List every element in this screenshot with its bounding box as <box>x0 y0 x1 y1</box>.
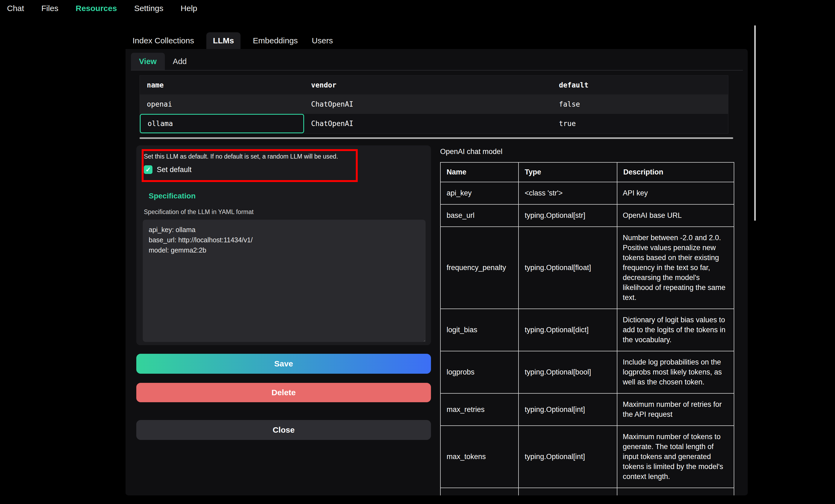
param-row-max-tokens: max_tokens typing.Optional[int] Maximum … <box>441 426 734 488</box>
param-type: <class 'str'> <box>518 182 617 204</box>
param-row-partial <box>441 488 734 496</box>
column-header-name: name <box>140 76 304 94</box>
spec-yaml-textarea[interactable]: api_key: ollama base_url: http://localho… <box>143 220 426 342</box>
param-row-frequency-penalty: frequency_penalty typing.Optional[float]… <box>441 227 734 309</box>
tab-users[interactable]: Users <box>310 32 334 49</box>
llm-row-ollama[interactable]: ollama ChatOpenAI true <box>140 114 728 133</box>
param-type: typing.Optional[float] <box>518 227 617 309</box>
param-name: max_tokens <box>441 426 518 488</box>
tab-embeddings[interactable]: Embeddings <box>251 32 300 49</box>
top-nav: Chat Files Resources Settings Help <box>0 0 197 17</box>
param-name: max_retries <box>441 393 518 426</box>
check-icon: ✓ <box>145 166 151 173</box>
set-default-label[interactable]: Set default <box>157 166 191 174</box>
tab-index-collections[interactable]: Index Collections <box>131 32 196 49</box>
param-name: base_url <box>441 204 518 227</box>
param-type: typing.Optional[str] <box>518 204 617 227</box>
llms-panel: View Add name vendor default openai Chat… <box>125 49 748 496</box>
main-tab-bar: Index Collections LLMs Embeddings Users <box>131 32 334 49</box>
close-button[interactable]: Close <box>136 420 431 440</box>
param-name: api_key <box>441 182 518 204</box>
default-hint-text: Set this LLM as default. If no default i… <box>144 153 357 160</box>
model-info: OpenAI chat model Name Type Description … <box>440 148 734 496</box>
column-header-name: Name <box>441 162 518 182</box>
model-info-title: OpenAI chat model <box>440 148 734 156</box>
llm-default-cell: false <box>552 94 728 114</box>
param-description: Include log probabilities on the logprob… <box>617 351 734 393</box>
param-type: typing.Optional[int] <box>518 393 617 426</box>
save-button[interactable]: Save <box>136 354 431 374</box>
param-type: typing.Optional[int] <box>518 426 617 488</box>
subtab-view[interactable]: View <box>131 53 165 70</box>
param-description: Maximum number of tokens to generate. Th… <box>617 426 734 488</box>
llm-detail-card: Set this LLM as default. If no default i… <box>136 145 431 345</box>
param-description: API key <box>617 182 734 204</box>
llm-default-cell: true <box>552 114 728 133</box>
param-type: typing.Optional[dict] <box>518 309 617 351</box>
llm-vendor-cell: ChatOpenAI <box>304 94 552 114</box>
model-table-header: Name Type Description <box>441 162 734 182</box>
column-header-vendor: vendor <box>304 76 552 94</box>
param-description: Dictionary of logit bias values to add t… <box>617 309 734 351</box>
param-description: OpenAI base URL <box>617 204 734 227</box>
param-row-max-retries: max_retries typing.Optional[int] Maximum… <box>441 393 734 426</box>
nav-item-resources[interactable]: Resources <box>76 4 117 13</box>
llm-name-cell-selected: ollama <box>140 114 304 133</box>
param-name: frequency_penalty <box>441 227 518 309</box>
param-row-logit-bias: logit_bias typing.Optional[dict] Diction… <box>441 309 734 351</box>
nav-item-files[interactable]: Files <box>41 4 58 13</box>
llm-vendor-cell: ChatOpenAI <box>304 114 552 133</box>
column-header-description: Description <box>617 162 734 182</box>
set-default-checkbox[interactable]: ✓ <box>144 165 152 174</box>
set-default-row: ✓ Set default <box>144 165 191 174</box>
nav-item-help[interactable]: Help <box>181 4 198 13</box>
nav-item-chat[interactable]: Chat <box>7 4 24 13</box>
vertical-scrollbar[interactable] <box>754 25 756 221</box>
tab-llms[interactable]: LLMs <box>206 32 240 49</box>
nav-item-settings[interactable]: Settings <box>134 4 163 13</box>
param-row-logprobs: logprobs typing.Optional[bool] Include l… <box>441 351 734 393</box>
column-header-type: Type <box>518 162 617 182</box>
llm-row-openai[interactable]: openai ChatOpenAI false <box>140 94 728 114</box>
llm-name-cell: openai <box>140 94 304 114</box>
delete-button[interactable]: Delete <box>136 383 431 402</box>
column-header-default: default <box>552 76 728 94</box>
param-description: Maximum number of retries for the API re… <box>617 393 734 426</box>
llm-table-header: name vendor default <box>140 76 728 94</box>
specification-heading: Specification <box>149 192 196 200</box>
param-type: typing.Optional[bool] <box>518 351 617 393</box>
subtab-add[interactable]: Add <box>165 53 195 70</box>
param-name: logit_bias <box>441 309 518 351</box>
param-description: Number between -2.0 and 2.0. Positive va… <box>617 227 734 309</box>
param-name: logprobs <box>441 351 518 393</box>
model-params-table: Name Type Description api_key <class 'st… <box>440 162 734 496</box>
param-row-base-url: base_url typing.Optional[str] OpenAI bas… <box>441 204 734 227</box>
param-row-api-key: api_key <class 'str'> API key <box>441 182 734 204</box>
subtab-bar: View Add <box>131 53 743 70</box>
specification-subtext: Specification of the LLM in YAML format <box>144 208 253 216</box>
horizontal-scrollbar[interactable] <box>140 137 733 139</box>
llm-table: name vendor default openai ChatOpenAI fa… <box>140 76 728 133</box>
